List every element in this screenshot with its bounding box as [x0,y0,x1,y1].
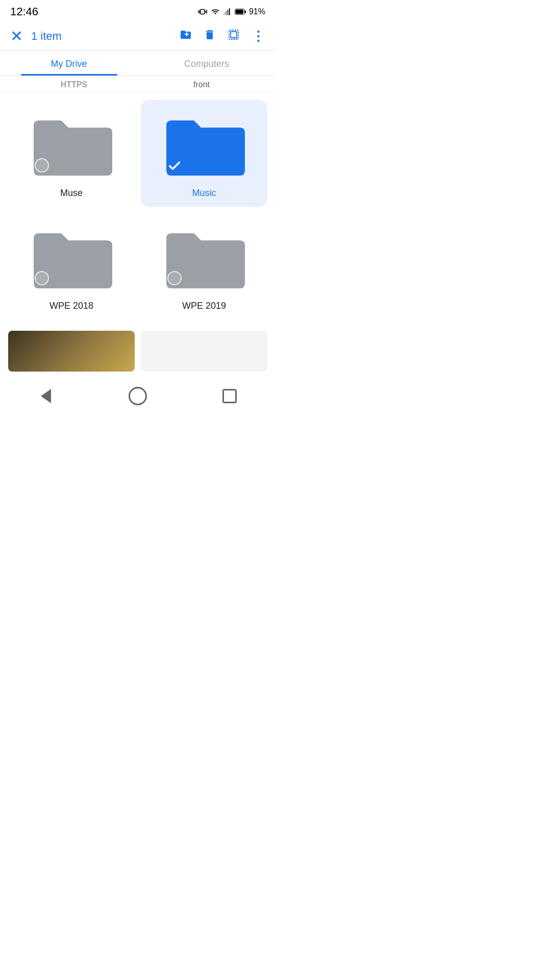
tab-bar: My Drive Computers [0,51,276,76]
folder-music-label: Music [192,188,216,199]
wifi-icon [210,8,220,16]
battery-percent: 91% [249,7,265,16]
svg-rect-1 [226,11,227,15]
tab-my-drive[interactable]: My Drive [0,51,138,76]
status-icons: 91% [198,7,265,17]
signal-icon [223,7,232,16]
vibrate-icon [198,7,207,17]
select-all-button[interactable] [227,29,240,44]
folder-item-music[interactable]: Music [141,100,267,207]
folder-wpe2018-icon [26,223,117,295]
more-options-button[interactable]: ⋮ [252,30,265,42]
svg-rect-6 [244,10,246,13]
status-time: 12:46 [10,5,38,18]
nav-recents-button[interactable] [215,386,244,406]
home-icon [129,387,147,405]
svg-rect-3 [229,8,230,15]
check-mark-music [165,156,184,175]
close-button[interactable]: ✕ [10,29,23,44]
select-circle-wpe2019 [167,271,182,285]
bottom-thumbnails-row [0,328,276,375]
partial-items-row: HTTPS front [0,76,276,92]
nav-back-button[interactable] [32,386,60,406]
folder-muse-label: Muse [60,188,83,199]
folder-item-wpe2019[interactable]: WPE 2019 [141,213,267,320]
status-bar: 12:46 91% [0,0,276,22]
partial-label-https: HTTPS [61,78,87,91]
nav-home-button[interactable] [123,386,152,406]
select-circle-muse [35,158,49,173]
action-bar: ✕ 1 item ⋮ [0,22,276,51]
folder-grid: Muse Music WPE 2018 [0,92,276,328]
folder-item-muse[interactable]: Muse [8,100,135,207]
svg-rect-0 [224,12,225,15]
partial-item-https: HTTPS [10,80,138,89]
folder-wpe2018-label: WPE 2018 [49,301,93,311]
svg-rect-8 [231,32,237,38]
nav-bar [0,380,276,414]
back-icon [41,389,51,403]
folder-wpe2019-icon [158,223,250,295]
select-circle-wpe2018 [35,271,49,285]
item-count-label: 1 item [31,30,179,43]
folder-item-wpe2018[interactable]: WPE 2018 [8,213,135,320]
folder-music-icon [158,110,250,182]
action-icons: ⋮ [179,29,265,44]
battery-icon [235,8,246,15]
folder-muse-icon [26,110,117,182]
svg-rect-5 [236,10,243,14]
partial-label-front: front [193,78,210,91]
move-to-folder-button[interactable] [179,29,192,44]
svg-rect-2 [227,10,228,15]
thumbnail-light[interactable] [141,331,267,372]
thumbnail-dark[interactable] [8,331,135,372]
folder-wpe2019-label: WPE 2019 [182,301,226,311]
recents-icon [222,389,237,403]
delete-button[interactable] [204,29,216,44]
partial-item-front: front [138,80,265,89]
tab-computers[interactable]: Computers [138,51,276,76]
